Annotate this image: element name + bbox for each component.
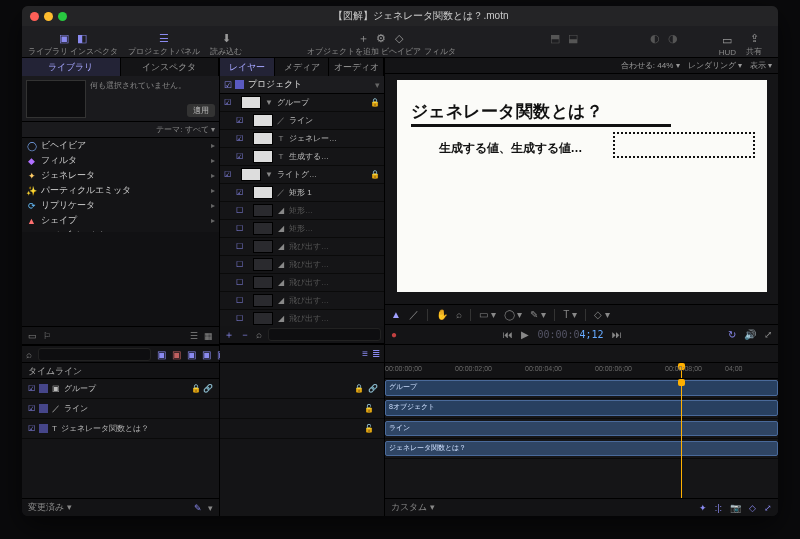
zoom-window-button[interactable] [58,12,67,21]
tab-audio[interactable]: オーディオ [329,58,384,76]
category-フィルタ[interactable]: ◆フィルタ▸ [22,153,219,168]
view-dropdown[interactable]: 表示 ▾ [750,60,772,71]
pointer-tool-icon[interactable]: ▲ [391,309,401,320]
canvas[interactable]: ジェネレータ関数とは？ 生成する値、生成する値… [397,80,767,292]
lock-icon[interactable]: 🔓 [364,424,374,433]
play-button[interactable]: ▶ [521,329,529,340]
toolbar-share[interactable]: ⇪ 共有 [746,31,762,57]
timeline-row[interactable]: ☑／ライン [22,399,219,419]
layer-row[interactable]: ☐◢飛び出す… [220,292,384,310]
category-ビヘイビア[interactable]: ◯ビヘイビア▸ [22,138,219,153]
record-button[interactable]: ● [391,329,397,340]
toolbar-import[interactable]: ⬇ 読み込む [210,31,242,57]
minimize-window-button[interactable] [44,12,53,21]
tab-inspector[interactable]: インスペクタ [121,58,220,76]
checkbox-icon[interactable]: ☐ [236,224,243,233]
theme-dropdown[interactable]: テーマ: すべて ▾ [156,124,215,135]
audio-icon[interactable]: 🔊 [744,329,756,340]
tl-filter-c-icon[interactable]: ▣ [187,349,196,360]
checkbox-icon[interactable]: ☐ [236,296,243,305]
shape-tool-icon[interactable]: ◇ ▾ [594,309,610,320]
hand-tool-icon[interactable]: ✋ [436,309,448,320]
go-end-icon[interactable]: ⏭ [612,329,622,340]
layer-row[interactable]: ☐◢飛び出す… [220,256,384,274]
folder-icon[interactable]: ▭ [28,331,37,341]
category-パーティクルエミッタ[interactable]: ✨パーティクルエミッタ▸ [22,183,219,198]
timeline-row[interactable]: ☑▣グループ🔒 🔗 [22,379,219,399]
render-dropdown[interactable]: レンダリング ▾ [688,60,742,71]
timeline-search-input[interactable] [38,348,151,361]
layer-row[interactable]: ☐◢矩形… [220,220,384,238]
toolbar-editors-left[interactable]: ⬒ ⬓ タイムライン・エディタ [520,31,608,57]
line-tool-icon[interactable]: ／ [409,308,419,322]
checkbox-icon[interactable]: ☐ [236,206,243,215]
loop-icon[interactable]: ↻ [728,329,736,340]
lock-icon[interactable]: 🔒 [370,98,384,107]
layer-row[interactable]: ☐◢飛び出す… [220,274,384,292]
checkbox-icon[interactable]: ☐ [236,242,243,251]
lock-icon[interactable]: 🔒 🔗 [191,384,213,393]
pen-icon[interactable]: ✎ [194,503,202,513]
apply-button[interactable]: 適用 [187,104,215,117]
tl-filter-d-icon[interactable]: ▣ [202,349,211,360]
canvas-selection-box[interactable] [613,132,755,158]
layer-row[interactable]: ☑T生成する… [220,148,384,166]
clip-icon[interactable]: ≡ [362,348,368,359]
toolbar-project-panel[interactable]: ☰ プロジェクトパネル [128,31,200,57]
close-window-button[interactable] [30,12,39,21]
pen-tool-icon[interactable]: ✎ ▾ [530,309,546,320]
toolbar-add-object[interactable]: ＋ ⚙ ◇ オブジェクトを追加 ビヘイビア フィルタ [307,31,455,57]
checkbox-icon[interactable]: ☑ [224,98,231,107]
checkbox-icon[interactable]: ☑ [28,424,35,433]
layer-row[interactable]: ☐◢飛び出す… [220,238,384,256]
checkbox-icon[interactable]: ☐ [236,278,243,287]
category-リプリケータ[interactable]: ⟳リプリケータ▸ [22,198,219,213]
timeline-tracks[interactable]: グループ 8オブジェクト ライン ジェネレータ関数とは？ [385,379,778,498]
layer-row[interactable]: ☑Tジェネレー… [220,130,384,148]
filter-icon[interactable]: ▾ [208,503,213,513]
text-tool-icon[interactable]: T ▾ [563,309,577,320]
go-start-icon[interactable]: ⏮ [503,329,513,340]
snapshot-icon[interactable]: 📷 [730,503,741,513]
checkbox-icon[interactable]: ☑ [224,80,232,90]
canvas-area[interactable]: ジェネレータ関数とは？ 生成する値、生成する値… [385,74,778,304]
checkbox-icon[interactable]: ☑ [28,404,35,413]
layer-row[interactable]: ☐◢飛び出す… [220,310,384,326]
layer-row[interactable]: ☑▼ライトグ…🔒 [220,166,384,184]
timecode-display[interactable]: 00:00:04;12 [537,329,603,340]
lock-icon[interactable]: 🔓 [364,404,374,413]
link-icon[interactable]: ▾ [375,80,380,90]
link-icon[interactable]: 🔗 [368,384,378,393]
toolbar-library-inspector[interactable]: ▣ ◧ ライブラリ インスペクタ [28,31,118,57]
timeline-ruler[interactable]: 00:00:00;0000:00:02;0000:00:04;0000:00:0… [385,363,778,379]
zoom-slider-icon[interactable]: :|: [715,503,722,513]
fit-icon[interactable]: ⤢ [764,503,772,513]
layer-row[interactable]: ☑／矩形 1 [220,184,384,202]
keyframe-nav-icon[interactable]: ◇ [749,503,756,513]
tab-layers[interactable]: レイヤー [220,58,275,76]
checkbox-icon[interactable]: ☑ [236,152,243,161]
changes-dropdown[interactable]: 変更済み ▾ [28,501,72,514]
grid-view-icon[interactable]: ▦ [204,331,213,341]
rect-tool-icon[interactable]: ▭ ▾ [479,309,496,320]
checkbox-icon[interactable]: ☑ [236,116,243,125]
toolbar-hud[interactable]: ▭ HUD [719,33,736,57]
add-icon[interactable]: ＋ [224,328,234,342]
tab-library[interactable]: ライブラリ [22,58,121,76]
zoom-tool-icon[interactable]: ⌕ [456,309,462,320]
project-row[interactable]: ☑ プロジェクト ▾ [220,76,384,94]
bookmark-icon[interactable]: ⚐ [43,331,51,341]
checkbox-icon[interactable]: ☑ [236,188,243,197]
tab-media[interactable]: メディア [275,58,330,76]
canvas-zoom-dropdown[interactable]: 合わせる: 44% ▾ [621,60,680,71]
timeline-row[interactable]: ☑Tジェネレータ関数とは？ [22,419,219,439]
toolbar-editors-right[interactable]: ◐ ◑ オーディオ/キーフレーム [618,31,708,57]
checkbox-icon[interactable]: ☑ [236,134,243,143]
layer-search-input[interactable] [268,328,381,341]
lock-icon[interactable]: 🔒 [354,384,364,393]
checkbox-icon[interactable]: ☐ [236,260,243,269]
tl-filter-b-icon[interactable]: ▣ [172,349,181,360]
category-シェイプ[interactable]: ▲シェイプ▸ [22,213,219,228]
tl-filter-a-icon[interactable]: ▣ [157,349,166,360]
layer-row[interactable]: ☑▼グループ🔒 [220,94,384,112]
